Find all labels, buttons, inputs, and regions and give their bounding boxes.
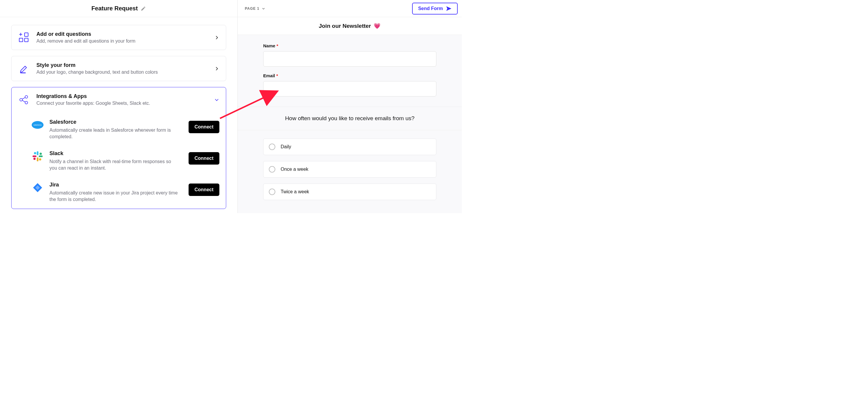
integration-name: Jira [50, 182, 179, 188]
chevron-right-icon [214, 66, 219, 71]
chevron-down-icon [262, 7, 265, 10]
option-once-week[interactable]: Once a week [263, 161, 436, 178]
form-title-row: Join our Newsletter 💗 [238, 17, 462, 35]
option-label: Once a week [281, 167, 308, 172]
chevron-down-icon [214, 97, 219, 102]
email-input[interactable] [263, 81, 436, 96]
card-sub: Add your logo, change background, text a… [36, 69, 208, 75]
svg-line-10 [22, 100, 26, 102]
preview-panel: PAGE 1 Send Form Join our Newsletter 💗 N… [238, 0, 462, 213]
svg-line-9 [22, 97, 26, 99]
grid-plus-icon [18, 32, 30, 43]
svg-rect-3 [19, 38, 23, 42]
card-integrations: Integrations & Apps Connect your favorit… [11, 87, 226, 209]
card-sub: Add, remove and edit all questions in yo… [36, 38, 208, 44]
svg-rect-16 [33, 155, 36, 157]
radio-icon [269, 189, 275, 195]
integration-salesforce: salesforce Salesforce Automatically crea… [32, 119, 219, 140]
card-add-questions[interactable]: Add or edit questions Add, remove and ed… [11, 25, 226, 50]
connect-button[interactable]: Connect [189, 184, 219, 196]
integration-name: Slack [50, 150, 179, 157]
svg-rect-14 [39, 155, 43, 157]
svg-point-8 [25, 101, 28, 104]
pencil-icon[interactable] [141, 6, 146, 11]
salesforce-icon: salesforce [32, 119, 43, 131]
option-label: Daily [281, 144, 291, 150]
svg-point-6 [25, 95, 28, 98]
slack-icon [32, 150, 43, 162]
required-mark: * [277, 43, 278, 48]
svg-rect-13 [37, 151, 38, 155]
name-label: Name * [263, 43, 436, 48]
editor-header: Feature Request [0, 0, 238, 17]
svg-rect-15 [37, 157, 38, 161]
svg-point-19 [39, 158, 41, 160]
option-daily[interactable]: Daily [263, 139, 436, 155]
card-title: Integrations & Apps [36, 93, 208, 99]
option-twice-week[interactable]: Twice a week [263, 184, 436, 200]
card-title: Add or edit questions [36, 31, 208, 37]
radio-icon [269, 166, 275, 173]
option-label: Twice a week [281, 189, 309, 194]
card-sub: Connect your favorite apps: Google Sheet… [36, 101, 208, 106]
integration-jira: Jira Automatically create new issue in y… [32, 182, 219, 203]
svg-point-20 [33, 158, 36, 160]
svg-text:salesforce: salesforce [33, 124, 42, 126]
radio-icon [269, 144, 275, 150]
integration-desc: Automatically create leads in Salesforce… [50, 127, 179, 140]
integration-slack: Slack Notify a channel in Slack with rea… [32, 150, 219, 172]
question-text: How often would you like to receive emai… [238, 107, 462, 130]
integration-desc: Notify a channel in Slack with real-time… [50, 158, 179, 172]
integration-desc: Automatically create new issue in your J… [50, 190, 179, 203]
card-style-form[interactable]: Style your form Add your logo, change ba… [11, 56, 226, 81]
jira-icon [32, 182, 43, 193]
form-title: Join our Newsletter [319, 23, 371, 29]
connect-button[interactable]: Connect [189, 121, 219, 133]
send-form-button[interactable]: Send Form [412, 3, 458, 14]
svg-rect-2 [25, 33, 28, 36]
page-label: PAGE 1 [245, 6, 259, 11]
required-mark: * [276, 73, 278, 78]
svg-point-17 [34, 152, 36, 154]
send-icon [446, 6, 452, 11]
svg-point-7 [20, 98, 23, 101]
connect-button[interactable]: Connect [189, 152, 219, 164]
svg-rect-4 [25, 38, 28, 42]
form-name: Feature Request [91, 5, 138, 12]
send-label: Send Form [418, 6, 443, 11]
card-integrations-header[interactable]: Integrations & Apps Connect your favorit… [18, 93, 219, 106]
card-title: Style your form [36, 62, 208, 68]
page-selector[interactable]: PAGE 1 [245, 6, 265, 11]
share-icon [18, 94, 30, 106]
email-label: Email * [263, 73, 436, 78]
chevron-right-icon [214, 35, 219, 40]
name-input[interactable] [263, 51, 436, 67]
editor-panel: Feature Request Add or edit questions Ad… [0, 0, 238, 213]
svg-point-18 [40, 152, 42, 155]
style-icon [18, 63, 30, 74]
integration-name: Salesforce [50, 119, 179, 125]
heart-emoji: 💗 [374, 23, 381, 29]
